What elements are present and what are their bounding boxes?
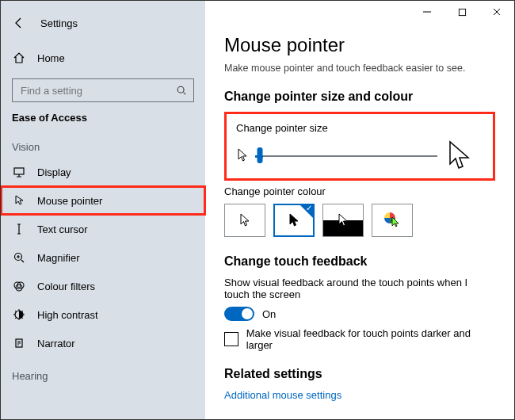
darker-larger-label: Make visual feedback for touch points da… <box>246 327 495 351</box>
close-button[interactable] <box>479 1 514 23</box>
slider-thumb[interactable] <box>258 147 263 163</box>
sidebar-item-label: High contrast <box>37 309 194 321</box>
sidebar-item-display[interactable]: Display <box>1 158 205 186</box>
pointer-size-label: Change pointer size <box>236 122 483 134</box>
touch-text: Show visual feedback around the touch po… <box>224 277 495 300</box>
sidebar-item-high-contrast[interactable]: High contrast <box>1 300 205 329</box>
toggle-state: On <box>262 308 276 320</box>
sidebar-home-label: Home <box>37 52 194 64</box>
colour-custom[interactable] <box>372 204 413 237</box>
pointer-size-slider[interactable] <box>255 147 437 163</box>
narrator-icon <box>12 337 26 349</box>
back-icon[interactable] <box>12 17 26 29</box>
home-icon <box>12 52 26 64</box>
pointer-colour-label: Change pointer colour <box>224 185 495 197</box>
sidebar-item-narrator[interactable]: Narrator <box>1 329 205 357</box>
sidebar-item-colour-filters[interactable]: Colour filters <box>1 272 205 300</box>
display-icon <box>12 166 26 178</box>
sidebar-item-label: Display <box>37 166 194 178</box>
svg-rect-1 <box>14 168 24 174</box>
colour-inverted[interactable] <box>322 204 364 237</box>
touch-heading: Change touch feedback <box>224 254 495 269</box>
touch-feedback-toggle[interactable] <box>224 307 254 321</box>
mouse-pointer-icon <box>12 194 26 207</box>
sidebar-item-label: Mouse pointer <box>37 195 194 207</box>
sidebar-item-label: Narrator <box>37 338 194 349</box>
svg-rect-8 <box>459 9 465 15</box>
magnifier-icon <box>12 251 26 264</box>
pointer-colour-swatches <box>224 204 495 237</box>
size-heading: Change pointer size and colour <box>224 90 495 104</box>
pointer-small-icon <box>236 147 249 163</box>
section-title: Ease of Access <box>1 110 205 128</box>
search-field[interactable] <box>19 84 176 97</box>
sidebar-home[interactable]: Home <box>1 42 205 74</box>
sidebar-item-mouse-pointer[interactable]: Mouse pointer <box>1 186 205 215</box>
sidebar-item-label: Colour filters <box>37 281 194 292</box>
content: Mouse pointer Make mouse pointer and tou… <box>205 1 514 419</box>
group-hearing: Hearing <box>1 357 205 387</box>
pointer-size-section: Change pointer size <box>224 112 495 181</box>
darker-larger-checkbox[interactable] <box>224 332 238 346</box>
app-title: Settings <box>40 17 78 29</box>
pointer-large-icon <box>447 140 471 170</box>
window-controls <box>410 1 514 23</box>
colour-black[interactable] <box>273 204 315 237</box>
search-icon <box>176 85 187 96</box>
page-title: Mouse pointer <box>224 34 495 56</box>
minimize-button[interactable] <box>410 1 444 23</box>
svg-point-0 <box>177 86 184 93</box>
sidebar-item-text-cursor[interactable]: Text cursor <box>1 215 205 243</box>
sidebar-item-label: Magnifier <box>37 252 194 264</box>
high-contrast-icon <box>12 308 26 321</box>
search-input[interactable] <box>12 78 194 102</box>
text-cursor-icon <box>12 223 26 235</box>
sidebar-item-label: Text cursor <box>37 223 194 235</box>
related-heading: Related settings <box>224 367 495 381</box>
colour-white[interactable] <box>224 204 265 237</box>
colour-filters-icon <box>12 280 26 292</box>
sidebar: Settings Home Ease of Access Vision Disp… <box>1 1 205 419</box>
maximize-button[interactable] <box>444 1 479 23</box>
sidebar-item-magnifier[interactable]: Magnifier <box>1 243 205 272</box>
back-row: Settings <box>1 6 205 40</box>
page-subtitle: Make mouse pointer and touch feedback ea… <box>224 63 495 74</box>
group-vision: Vision <box>1 128 205 158</box>
additional-mouse-settings-link[interactable]: Additional mouse settings <box>224 389 495 401</box>
